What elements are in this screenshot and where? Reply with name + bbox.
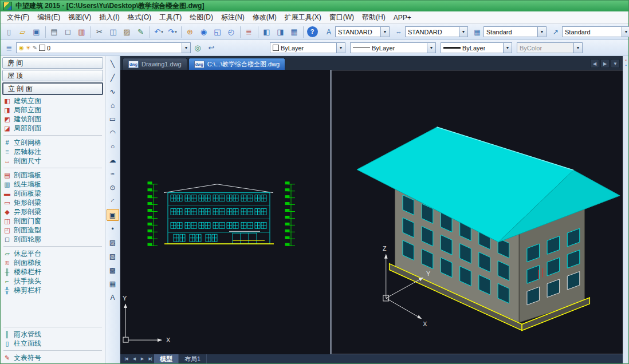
combo-arrow-icon[interactable]: ▼: [622, 27, 629, 37]
hatch-tool[interactable]: ▨: [107, 236, 119, 248]
prev-layout-button[interactable]: ◀: [130, 355, 138, 363]
publish-button[interactable]: ▥: [75, 25, 89, 39]
layout1-tab[interactable]: 布局1: [179, 354, 207, 363]
combo-arrow-icon[interactable]: ▼: [537, 27, 546, 37]
sidebar-item[interactable]: ◪ 局部剖面: [2, 124, 103, 133]
menu-item[interactable]: 修改(M): [249, 12, 281, 23]
combo-arrow-icon[interactable]: ▼: [182, 43, 190, 53]
menu-item[interactable]: 工具(T): [155, 12, 186, 23]
save-button[interactable]: ▣: [30, 25, 44, 39]
menu-item[interactable]: APP+: [390, 13, 415, 22]
combo-arrow-icon[interactable]: ▼: [380, 27, 389, 37]
layer-on-icon[interactable]: ◉: [19, 45, 24, 51]
sidebar-item[interactable]: ◨ 局部立面: [2, 105, 103, 114]
print-button[interactable]: ▤: [48, 25, 61, 39]
menu-item[interactable]: 窗口(W): [325, 12, 358, 23]
combo-arrow-icon[interactable]: ▼: [336, 43, 345, 53]
combo-arrow-icon[interactable]: ▼: [503, 43, 512, 53]
region-tool[interactable]: ▩: [107, 264, 119, 276]
sidebar-item[interactable]: ▬ 剖面板梁: [2, 189, 103, 198]
menu-item[interactable]: 文件(F): [3, 12, 33, 23]
tab-drawing1[interactable]: dwg Drawing1.dwg: [123, 58, 187, 70]
menu-item[interactable]: 视图(V): [64, 12, 95, 23]
mtext-tool[interactable]: A: [107, 291, 119, 303]
sidebar-item[interactable]: ◧ 建筑立面: [2, 96, 103, 105]
help-button[interactable]: ?: [307, 26, 318, 37]
linetype-combo[interactable]: ByLayer ▼: [350, 42, 436, 53]
lineweight-combo[interactable]: ByLayer ▼: [441, 42, 512, 53]
combo-arrow-icon[interactable]: ▼: [427, 43, 435, 53]
menu-item[interactable]: 格式(O): [124, 12, 155, 23]
menu-item[interactable]: 标注(N): [217, 12, 249, 23]
table-style-combo[interactable]: Standard ▼: [483, 26, 547, 37]
color-combo[interactable]: ByLayer ▼: [270, 42, 345, 53]
model-tab[interactable]: 模型: [154, 354, 179, 363]
sidebar-item[interactable]: ◻ 剖面轮廓: [2, 235, 103, 244]
viewports-button[interactable]: ◧: [260, 25, 274, 39]
redo-button[interactable]: ↷▾: [166, 25, 179, 39]
sidebar-item[interactable]: ⌐ 扶手接头: [2, 276, 103, 286]
first-layout-button[interactable]: |◀: [122, 355, 130, 363]
sidebar-item[interactable]: ▭ 矩形剖梁: [2, 198, 103, 207]
undo-button[interactable]: ↶▾: [152, 25, 166, 39]
sidebar-item[interactable]: ◩ 建筑剖面: [2, 114, 103, 124]
polyline-tool[interactable]: ∿: [107, 85, 119, 97]
menu-item[interactable]: 帮助(H): [358, 12, 390, 23]
polygon-tool[interactable]: ⌂: [107, 99, 119, 111]
zoom-window-button[interactable]: ◱: [211, 25, 225, 39]
sidebar-item[interactable]: ↔ 剖面尺寸: [2, 156, 103, 165]
layer-previous-button[interactable]: ↩: [205, 41, 218, 55]
elevation-canvas[interactable]: Y X: [120, 70, 330, 354]
pan-button[interactable]: ⊕: [183, 25, 197, 39]
ellipse-arc-tool[interactable]: ◜: [107, 195, 119, 207]
revcloud-tool[interactable]: ☁: [107, 154, 119, 166]
sidebar-item[interactable]: ▱ 休息平台: [2, 249, 103, 258]
sidebar-item[interactable]: ◆ 异形剖梁: [2, 207, 103, 216]
mleader-style-combo[interactable]: Standard ▼: [562, 26, 629, 37]
docked-panel-red-icon[interactable]: ▪: [625, 58, 626, 62]
new-button[interactable]: ▯: [2, 25, 16, 39]
tab-active-document[interactable]: dwg C:\...\教学综合楼全图.dwg: [188, 58, 286, 70]
combo-arrow-icon[interactable]: ▼: [459, 27, 467, 37]
match-properties-button[interactable]: ✎: [134, 25, 148, 39]
sidebar-item[interactable]: ▤ 剖面墙板: [2, 171, 103, 180]
menu-item[interactable]: 编辑(E): [33, 12, 64, 23]
tab-scroll-left-button[interactable]: ◀: [590, 59, 599, 68]
menu-item[interactable]: 插入(I): [95, 12, 123, 23]
paste-button[interactable]: ▨: [120, 25, 134, 39]
copy-button[interactable]: ◫: [107, 25, 120, 39]
arc-tool[interactable]: ◠: [107, 126, 119, 139]
cut-button[interactable]: ✂: [93, 25, 107, 39]
sidebar-item[interactable]: ╬ 梯剪栏杆: [2, 286, 103, 295]
viewport-2d-elevation[interactable]: Y X: [120, 70, 331, 354]
make-object-layer-current-button[interactable]: ◎: [191, 41, 205, 55]
spline-tool[interactable]: ≈: [107, 168, 119, 180]
table-tool[interactable]: ▦: [107, 278, 119, 290]
sidebar-item[interactable]: ╫ 楼梯栏杆: [2, 267, 103, 276]
line-tool[interactable]: ╲: [107, 58, 119, 70]
sidebar-item[interactable]: ◫ 剖面门窗: [2, 216, 103, 225]
rectangle-tool[interactable]: ▭: [107, 113, 119, 125]
zoom-previous-button[interactable]: ◴: [225, 25, 238, 39]
next-layout-button[interactable]: ▶: [138, 355, 146, 363]
viewport-3d-isometric[interactable]: Z Y X: [331, 70, 623, 354]
menu-item[interactable]: 扩展工具(X): [281, 12, 325, 23]
tab-list-button[interactable]: ▼: [611, 59, 620, 68]
iso-canvas[interactable]: Z Y X: [332, 70, 623, 354]
text-style-combo[interactable]: STANDARD ▼: [335, 26, 390, 37]
open-button[interactable]: ▱: [16, 25, 30, 39]
sidebar-item[interactable]: ▥ 线生墙板: [2, 180, 103, 189]
last-layout-button[interactable]: ▶|: [146, 355, 154, 363]
menu-item[interactable]: 绘图(D): [186, 12, 217, 23]
tab-scroll-right-button[interactable]: ▶: [600, 59, 610, 68]
sidebar-item[interactable]: ║ 雨水管线: [2, 330, 103, 339]
sidebar-item[interactable]: ▯ 柱立面线: [2, 339, 103, 348]
sidebar-item[interactable]: 立 剖 面: [2, 82, 103, 95]
sidebar-item[interactable]: ≋ 剖面梯段: [2, 258, 103, 267]
sidebar-item[interactable]: # 立剖网格: [2, 138, 103, 147]
point-tool[interactable]: •: [107, 223, 119, 235]
layer-combo[interactable]: ◉☀✎ 0 ▼: [16, 42, 191, 53]
layer-plot-icon[interactable]: ✎: [33, 45, 37, 51]
named-views-button[interactable]: ◨: [274, 25, 288, 39]
gradient-tool[interactable]: ▧: [107, 250, 119, 262]
